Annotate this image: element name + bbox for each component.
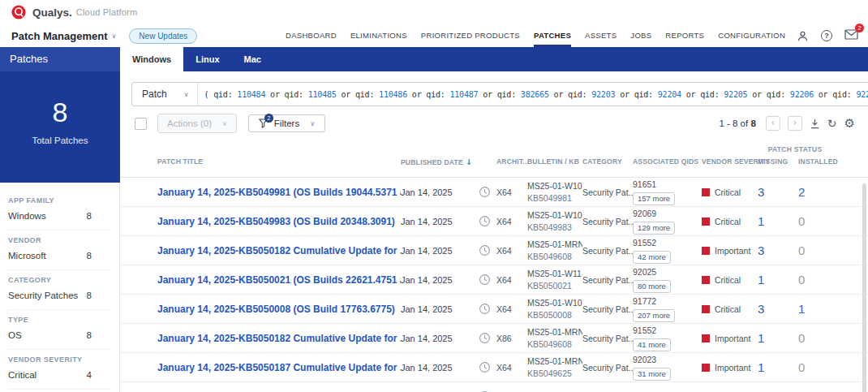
notifications-mail-icon[interactable]: 2 bbox=[844, 28, 858, 43]
severity-swatch bbox=[702, 334, 710, 342]
architecture: X86 bbox=[496, 334, 527, 343]
more-qids-badge[interactable]: 157 more bbox=[633, 192, 675, 205]
new-updates-button[interactable]: New Updates bbox=[129, 28, 197, 44]
severity-label: Important bbox=[715, 363, 750, 373]
patch-title-link[interactable]: January 14, 2025-KB5050021 (OS Builds 22… bbox=[157, 274, 401, 286]
missing-count[interactable]: 1 bbox=[754, 331, 795, 345]
qid: 91651 bbox=[633, 179, 702, 190]
sidebar-title: Patches bbox=[0, 47, 120, 71]
col-patch-title[interactable]: PATCH TITLE bbox=[157, 157, 401, 177]
nav-jobs[interactable]: JOBS bbox=[630, 24, 651, 47]
filters-button[interactable]: 2 Filters ∨ bbox=[248, 114, 325, 132]
more-qids-badge[interactable]: 42 more bbox=[633, 251, 671, 264]
table-row[interactable]: January 14, 2025-KB5049981 (OS Builds 19… bbox=[120, 178, 868, 207]
installed-count[interactable]: 0 bbox=[795, 214, 836, 228]
user-icon[interactable] bbox=[797, 30, 809, 42]
module-switcher[interactable]: Patch Management bbox=[11, 30, 107, 42]
col-vendor-severity[interactable]: VENDOR SEVERITY bbox=[702, 157, 754, 177]
nav-prioritized-products[interactable]: PRIORITIZED PRODUCTS bbox=[421, 24, 520, 47]
more-qids-badge[interactable]: 80 more bbox=[633, 280, 671, 293]
table-row[interactable]: January 14, 2025-KB5050182 Cumulative Up… bbox=[120, 236, 868, 265]
architecture: X64 bbox=[496, 363, 527, 373]
patch-title-link[interactable]: January 14, 2025-KB5049981 (OS Builds 19… bbox=[157, 187, 401, 198]
nav-configuration[interactable]: CONFIGURATION bbox=[718, 24, 785, 47]
nav-eliminations[interactable]: ELIMINATIONS bbox=[350, 24, 407, 47]
nav-assets[interactable]: ASSETS bbox=[585, 24, 617, 47]
kb-id: KB5049983 bbox=[527, 222, 582, 233]
table-row-partial[interactable] bbox=[120, 382, 868, 392]
missing-count[interactable]: 3 bbox=[754, 302, 795, 316]
tab-linux[interactable]: Linux bbox=[183, 47, 231, 71]
prev-page-button[interactable]: ‹ bbox=[766, 116, 780, 131]
nav-dashboard[interactable]: DASHBOARD bbox=[286, 24, 337, 47]
bulletin: MS25-01-W10-5... bbox=[527, 209, 582, 221]
kb-id: KB5050021 bbox=[527, 280, 582, 291]
category: Security Pat... bbox=[582, 363, 633, 373]
missing-count[interactable]: 3 bbox=[754, 243, 795, 257]
help-icon[interactable]: ? bbox=[821, 30, 832, 41]
table-row[interactable]: January 14, 2025-KB5049983 (OS Build 203… bbox=[120, 207, 868, 236]
table-row[interactable]: January 14, 2025-KB5050187 Cumulative Up… bbox=[120, 353, 868, 382]
patch-title-link[interactable]: January 14, 2025-KB5049983 (OS Build 203… bbox=[157, 216, 401, 227]
facet-item-os[interactable]: OS 8 bbox=[8, 329, 110, 350]
col-associated-qids[interactable]: ASSOCIATED QIDS bbox=[633, 157, 702, 177]
installed-count[interactable]: 2 bbox=[795, 185, 836, 199]
missing-count[interactable]: 1 bbox=[754, 273, 795, 286]
nav-patches[interactable]: PATCHES bbox=[534, 24, 571, 47]
installed-count[interactable]: 0 bbox=[795, 243, 836, 257]
refresh-icon[interactable]: ↻ bbox=[827, 118, 837, 129]
brand-suffix: Cloud Platform bbox=[76, 7, 138, 17]
col-category[interactable]: CATEGORY bbox=[582, 157, 633, 177]
patch-title-link[interactable]: January 14, 2025-KB5050182 Cumulative Up… bbox=[157, 333, 401, 344]
facet-header-vendor-severity: VENDOR SEVERITY bbox=[8, 350, 110, 368]
search-scope-select[interactable]: Patch ∨ bbox=[132, 83, 198, 106]
more-qids-badge[interactable]: 129 more bbox=[633, 222, 675, 235]
download-icon[interactable] bbox=[810, 118, 820, 129]
select-all-checkbox[interactable] bbox=[135, 118, 147, 130]
col-architecture[interactable]: ARCHIT... bbox=[496, 157, 527, 177]
vertical-scrollbar[interactable] bbox=[862, 183, 866, 392]
missing-count[interactable]: 1 bbox=[754, 360, 795, 374]
severity-label: Important bbox=[715, 334, 750, 343]
col-published-date[interactable]: PUBLISHED DATE↓ bbox=[401, 157, 472, 177]
more-qids-badge[interactable]: 31 more bbox=[633, 368, 671, 381]
facet-item-microsoft[interactable]: Microsoft 8 bbox=[8, 249, 110, 270]
kb-id: KB5049608 bbox=[527, 251, 582, 262]
brand-name: Qualys. bbox=[32, 6, 72, 19]
nav-reports[interactable]: REPORTS bbox=[665, 24, 704, 47]
tab-mac[interactable]: Mac bbox=[232, 47, 273, 71]
settings-gear-icon[interactable]: ⚙ bbox=[844, 118, 855, 130]
missing-count[interactable]: 1 bbox=[754, 214, 795, 228]
actions-button[interactable]: Actions (0) ∨ bbox=[157, 114, 237, 133]
sidebar: Patches 8 Total Patches APP FAMILY Windo… bbox=[0, 47, 120, 392]
more-qids-badge[interactable]: 207 more bbox=[633, 309, 675, 322]
bulletin: MS25-01-W10-5... bbox=[527, 297, 582, 308]
tab-windows[interactable]: Windows bbox=[120, 47, 183, 71]
facet-item-critical[interactable]: Critical 4 bbox=[8, 368, 110, 390]
facet-item-security-patches[interactable]: Security Patches 8 bbox=[8, 289, 110, 310]
col-installed[interactable]: INSTALLED bbox=[795, 157, 836, 177]
installed-count[interactable]: 0 bbox=[795, 331, 836, 345]
patch-title-link[interactable]: January 14, 2025-KB5050008 (OS Build 177… bbox=[157, 304, 401, 315]
filters-count-badge: 2 bbox=[264, 114, 273, 123]
patch-title-link[interactable]: January 14, 2025-KB5050182 Cumulative Up… bbox=[157, 245, 401, 256]
col-bulletin-kb[interactable]: BULLETIN / KB bbox=[527, 157, 582, 177]
table-header-row: PATCH TITLE PUBLISHED DATE↓ ARCHIT... BU… bbox=[120, 154, 868, 178]
table-row[interactable]: January 14, 2025-KB5050008 (OS Build 177… bbox=[120, 295, 868, 324]
col-missing[interactable]: MISSING bbox=[754, 157, 795, 177]
facet-item-windows[interactable]: Windows 8 bbox=[8, 209, 110, 230]
patch-title-link[interactable]: January 14, 2025-KB5050187 Cumulative Up… bbox=[157, 362, 401, 373]
published-date: Jan 14, 2025 bbox=[401, 275, 472, 285]
missing-count[interactable]: 3 bbox=[754, 185, 795, 199]
installed-count[interactable]: 0 bbox=[795, 360, 836, 374]
table-row[interactable]: January 14, 2025-KB5050182 Cumulative Up… bbox=[120, 324, 868, 353]
installed-count[interactable]: 1 bbox=[795, 302, 836, 316]
top-nav-bar: Patch Management ∨ New Updates DASHBOARD… bbox=[0, 24, 868, 47]
search-query[interactable]: ( qid: 110484 or qid: 110485 or qid: 110… bbox=[198, 90, 868, 99]
table-row[interactable]: January 14, 2025-KB5050021 (OS Builds 22… bbox=[120, 265, 868, 295]
installed-count[interactable]: 0 bbox=[795, 273, 836, 286]
more-qids-badge[interactable]: 41 more bbox=[633, 338, 671, 351]
search-bar: Patch ∨ ( qid: 110484 or qid: 110485 or … bbox=[120, 71, 868, 114]
published-date: Jan 14, 2025 bbox=[401, 363, 472, 373]
next-page-button[interactable]: › bbox=[788, 116, 802, 131]
